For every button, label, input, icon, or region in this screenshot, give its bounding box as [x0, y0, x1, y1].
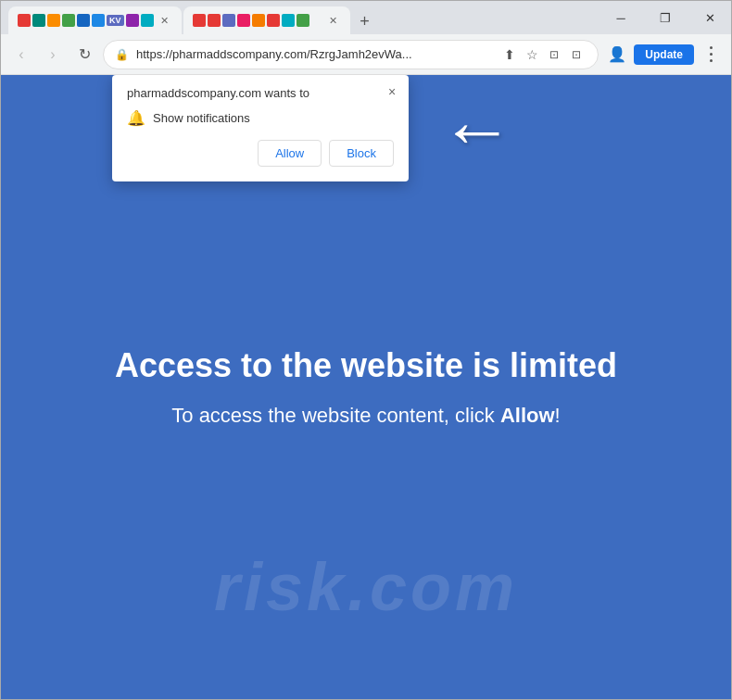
t2-fav8 [297, 14, 309, 27]
block-button[interactable]: Block [329, 140, 394, 167]
favicon-8 [141, 14, 154, 27]
menu-dot-1 [710, 46, 713, 49]
back-button[interactable]: ‹ [8, 42, 34, 68]
toolbar-right: 👤 Update [604, 42, 724, 68]
notification-popup: pharmaddscompany.com wants to × 🔔 Show n… [112, 75, 409, 181]
menu-dot-3 [710, 59, 713, 62]
restore-button[interactable]: ❐ [644, 1, 687, 34]
notification-label-text: Show notifications [153, 111, 250, 125]
sub-text-bold: Allow [500, 404, 555, 427]
update-button[interactable]: Update [634, 44, 694, 65]
arrow-container: ← [440, 94, 514, 168]
favicon-kv: KV [107, 15, 124, 26]
close-icon: ✕ [705, 11, 715, 25]
favicon-6 [92, 14, 105, 27]
bookmark-icon[interactable]: ☆ [522, 44, 542, 65]
second-tab[interactable]: ✕ [183, 6, 350, 34]
t2-fav3 [222, 14, 235, 27]
tab-bar-wrapper: KV ✕ ✕ + [1, 1, 731, 34]
page-content: ← pharmaddscompany.com wants to × 🔔 Show… [1, 75, 731, 699]
back-icon: ‹ [19, 46, 23, 63]
main-title: Access to the website is limited [115, 346, 617, 385]
t2-fav6 [267, 14, 280, 27]
menu-dot-2 [710, 53, 713, 56]
left-arrow-icon: ← [440, 89, 514, 171]
sub-text-suffix: ! [555, 404, 561, 427]
active-tab[interactable]: KV ✕ [8, 6, 182, 34]
toolbar: ‹ › ↻ 🔒 https://pharmaddscompany.com/Rzr… [1, 34, 731, 75]
t2-fav2 [208, 14, 221, 27]
reload-icon: ↻ [79, 45, 91, 63]
new-tab-button[interactable]: + [352, 8, 378, 34]
tab2-favicons [193, 14, 322, 27]
sub-text-prefix: To access the website content, click [171, 404, 500, 427]
favicon-5 [77, 14, 90, 27]
popup-title: pharmaddscompany.com wants to [127, 86, 394, 100]
tab2-close-button[interactable]: ✕ [326, 13, 341, 28]
menu-button[interactable] [698, 42, 724, 68]
favicon-2 [32, 14, 45, 27]
address-bar-actions: ⬆ ☆ ⊡ ⊡ [499, 44, 587, 65]
sub-text: To access the website content, click All… [171, 404, 560, 428]
forward-icon: › [50, 46, 55, 63]
favicon-3 [47, 14, 60, 27]
url-text: https://pharmaddscompany.com/RzrgJamh2ev… [136, 47, 492, 61]
close-button[interactable]: ✕ [688, 1, 731, 34]
restore-icon: ❐ [660, 11, 671, 25]
profile-icon: 👤 [608, 45, 626, 63]
share-icon[interactable]: ⬆ [499, 44, 520, 65]
forward-button[interactable]: › [40, 42, 66, 68]
tab-favicons: KV [18, 14, 154, 27]
favicon-7 [126, 14, 139, 27]
popup-notification-row: 🔔 Show notifications [127, 109, 394, 127]
t2-fav5 [252, 14, 265, 27]
address-bar[interactable]: 🔒 https://pharmaddscompany.com/RzrgJamh2… [103, 40, 599, 69]
allow-button[interactable]: Allow [258, 140, 322, 167]
t2-fav4 [237, 14, 250, 27]
watermark-text: risk.com [214, 549, 518, 625]
profile-button[interactable]: 👤 [604, 42, 630, 68]
lock-icon: 🔒 [115, 48, 129, 61]
minimize-button[interactable]: ─ [599, 1, 642, 34]
minimize-icon: ─ [616, 11, 625, 25]
bell-icon: 🔔 [127, 109, 145, 127]
t2-fav7 [282, 14, 295, 27]
cast-icon[interactable]: ⊡ [544, 44, 564, 65]
favicon-4 [62, 14, 75, 27]
popup-close-button[interactable]: × [383, 82, 401, 101]
window-controls: ─ ❐ ✕ [599, 1, 731, 34]
tab-close-button[interactable]: ✕ [158, 13, 172, 28]
browser-window: KV ✕ ✕ + [0, 0, 732, 700]
t2-fav1 [193, 14, 206, 27]
favicon-1 [18, 14, 31, 27]
popup-buttons: Allow Block [127, 140, 394, 167]
reload-button[interactable]: ↻ [71, 42, 97, 68]
tab-search-icon[interactable]: ⊡ [566, 44, 587, 65]
